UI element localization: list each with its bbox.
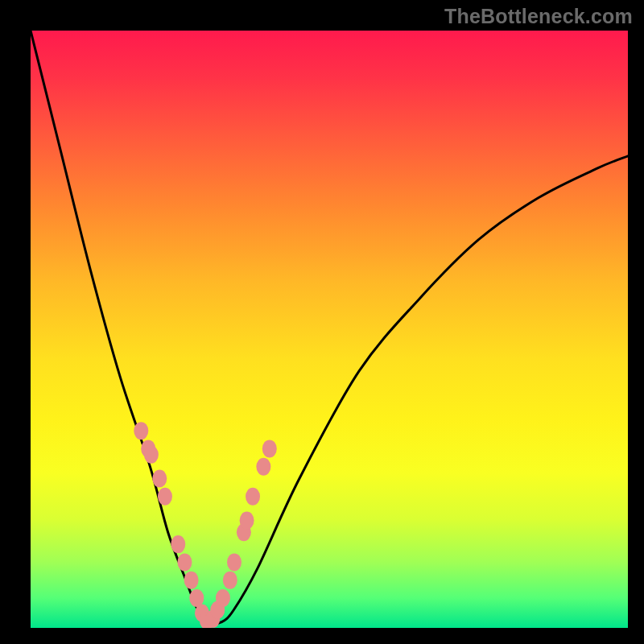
highlight-point: [223, 572, 237, 589]
watermark-text: TheBottleneck.com: [444, 5, 633, 28]
chart-svg: [31, 31, 628, 628]
chart-frame: TheBottleneck.com: [0, 0, 644, 644]
bottleneck-curve: [31, 31, 628, 623]
highlight-point: [184, 572, 199, 589]
highlight-point: [216, 589, 230, 607]
highlight-point: [177, 553, 192, 571]
highlight-points: [134, 422, 277, 628]
highlight-point: [152, 470, 167, 488]
highlight-point: [262, 440, 277, 457]
highlight-point: [256, 458, 270, 476]
highlight-point: [158, 488, 172, 506]
highlight-point: [144, 446, 159, 464]
highlight-point: [134, 422, 148, 440]
highlight-point: [240, 511, 254, 529]
highlight-point: [171, 535, 185, 553]
highlight-point: [246, 488, 260, 506]
plot-area: [31, 31, 628, 628]
highlight-point: [227, 553, 242, 571]
